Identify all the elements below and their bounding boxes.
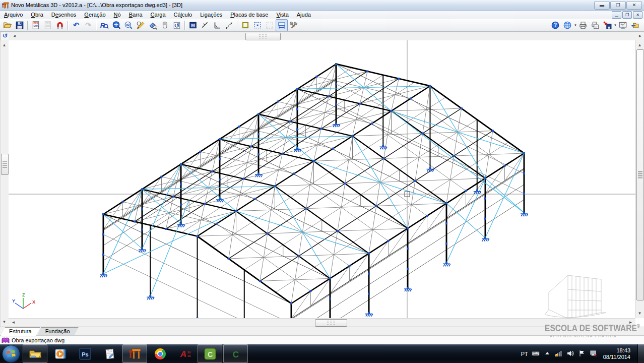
rotation-grip-left[interactable] <box>1 154 9 175</box>
menu-gera-o[interactable]: Geração <box>80 11 109 18</box>
previous-view-icon[interactable]: ↺ <box>171 19 183 31</box>
mdi-restore-button[interactable]: ❐ <box>622 11 632 19</box>
tray-date: 08/11/2014 <box>603 354 630 360</box>
scroll-right-icon[interactable]: ► <box>627 319 634 326</box>
zoom-edit-icon[interactable] <box>135 19 147 31</box>
taskbar-notepad-button[interactable] <box>98 345 121 362</box>
exit-icon[interactable] <box>629 19 641 31</box>
contour-icon[interactable] <box>239 19 251 31</box>
menu-ajuda[interactable]: Ajuda <box>293 11 315 18</box>
menu-carga[interactable]: Carga <box>147 11 170 18</box>
mdi-minimize-button[interactable]: ▁ <box>612 11 621 19</box>
zoom-extents-icon[interactable] <box>110 19 122 31</box>
volume-icon[interactable] <box>566 349 574 357</box>
tray-network-signal[interactable]: * <box>555 349 563 358</box>
help-icon[interactable]: ? <box>549 19 561 31</box>
scroll-left-icon[interactable]: ◄ <box>11 32 18 40</box>
tray-chevron-up[interactable] <box>543 349 551 358</box>
scroll-down-icon[interactable]: ▼ <box>1 318 8 326</box>
undo-icon[interactable]: ↶ <box>70 19 82 31</box>
dimensions-icon[interactable] <box>276 19 288 31</box>
metalicas-3d-icon <box>128 347 142 360</box>
keyboard-icon[interactable] <box>532 349 540 357</box>
screen-config-icon[interactable] <box>617 19 629 31</box>
show-desktop-button[interactable] <box>637 344 644 363</box>
tray-volume[interactable] <box>566 349 574 358</box>
print-icon[interactable] <box>577 19 589 31</box>
svg-text:Ps: Ps <box>82 351 88 357</box>
title-bar: Novo Metálicas 3D - v2012.a - [C:\...\Ob… <box>0 0 644 11</box>
tab-estrutura[interactable]: Estrutura <box>1 327 40 336</box>
menu-vista[interactable]: Vista <box>273 11 293 18</box>
start-button[interactable] <box>2 345 20 363</box>
scroll-right-icon[interactable]: ► <box>636 32 644 40</box>
redraw-icon[interactable]: R <box>98 19 110 31</box>
svg-text:X: X <box>32 299 35 305</box>
export-dwg-icon[interactable] <box>601 19 613 31</box>
close-button[interactable]: ✕ <box>626 1 642 10</box>
menu-liga-es[interactable]: Ligações <box>196 11 226 18</box>
toolbar-separator <box>68 21 69 30</box>
taskbar-photoshop-button[interactable]: Ps <box>73 345 97 362</box>
taskbar-autocad-button[interactable]: A2010 <box>173 345 197 362</box>
menu-placas-de-base[interactable]: Placas de base <box>226 11 272 18</box>
scrollbar-thumb-right[interactable] <box>636 49 644 300</box>
taskbar-clock[interactable]: 18:43 08/11/2014 <box>603 347 630 360</box>
rotation-grip-top[interactable] <box>245 33 281 40</box>
menu-arquivo[interactable]: Arquivo <box>0 11 27 18</box>
svg-text:↶: ↶ <box>73 21 80 29</box>
taskbar-camtasia-studio-button[interactable]: C <box>223 344 248 363</box>
toolbar-separator <box>96 21 97 30</box>
web-icon[interactable] <box>561 19 573 31</box>
menu-barra[interactable]: Barra <box>125 11 147 18</box>
svg-text:10: 10 <box>187 354 190 357</box>
svg-text:DWG: DWG <box>46 25 51 27</box>
minimize-button[interactable]: ▬ <box>594 1 610 10</box>
action-center-flag-icon[interactable] <box>578 349 586 357</box>
tray-network-disconnected[interactable]: × <box>590 349 598 358</box>
zoom-erase-icon[interactable] <box>147 19 159 31</box>
taskbar-metalicas-3d-button[interactable] <box>122 344 147 363</box>
taskbar-media-player-button[interactable] <box>48 345 72 362</box>
pan-icon[interactable] <box>159 19 171 31</box>
save-icon[interactable] <box>14 19 26 31</box>
dxf-export-icon[interactable]: DXFDWG <box>30 19 42 31</box>
redo-icon: ↷ <box>82 19 94 31</box>
chevron-up-icon[interactable] <box>543 349 551 357</box>
scroll-up-icon[interactable]: ▲ <box>636 41 643 49</box>
svg-text:*: * <box>556 353 557 356</box>
print-preview-icon[interactable] <box>589 19 601 31</box>
taskbar-explorer-button[interactable] <box>23 344 47 363</box>
open-icon[interactable] <box>2 19 14 31</box>
taskbar-chrome-button[interactable] <box>148 345 172 362</box>
scrollbar-thumb-bottom[interactable] <box>315 319 347 327</box>
window-texts-icon[interactable]: M <box>187 19 199 31</box>
language-indicator[interactable]: PT <box>521 351 528 357</box>
snap-points-icon[interactable] <box>251 19 264 31</box>
ortho-icon[interactable] <box>211 19 223 31</box>
zoom-x2-icon[interactable]: x2 <box>122 19 135 31</box>
scroll-up-icon[interactable]: ▲ <box>1 41 8 49</box>
scroll-down-icon[interactable]: ▼ <box>636 310 643 317</box>
network-disconnected-icon[interactable]: × <box>590 349 598 357</box>
scrollbar-right[interactable]: ▲ ▼ <box>635 40 644 318</box>
taskbar-camtasia-recorder-button[interactable]: C <box>198 344 222 363</box>
mdi-close-button[interactable]: ✕ <box>633 11 642 19</box>
network-signal-icon[interactable]: * <box>555 349 563 357</box>
tray-action-center-flag[interactable] <box>578 349 586 358</box>
camtasia-recorder-icon: C <box>204 347 217 360</box>
menu-obra[interactable]: Obra <box>27 11 47 18</box>
tray-keyboard[interactable] <box>532 349 540 358</box>
menu-n-[interactable]: Nó <box>110 11 125 18</box>
svg-text:?: ? <box>554 22 557 28</box>
snap-line-icon[interactable] <box>223 19 235 31</box>
explorer-icon <box>29 347 42 360</box>
tools-icon[interactable] <box>288 19 300 31</box>
menu-c-lculo[interactable]: Cálculo <box>170 11 197 18</box>
3d-canvas[interactable]: ZYX <box>9 40 635 318</box>
magnet-icon[interactable] <box>54 19 66 31</box>
scroll-left-icon[interactable]: ◄ <box>10 319 17 326</box>
menu-desenhos[interactable]: Desenhos <box>47 11 81 18</box>
maximize-button[interactable]: ❐ <box>610 1 626 10</box>
measure-icon[interactable] <box>199 19 211 31</box>
